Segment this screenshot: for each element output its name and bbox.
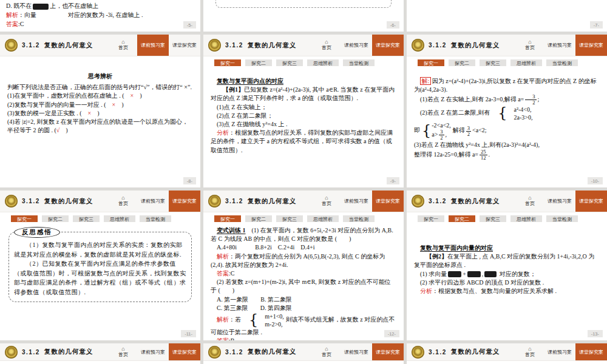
explore-button[interactable]: 课堂探究案	[372, 190, 404, 212]
slide-14: 3.1.2复数的几何意义⌂首页课前预习案课堂探究案 探究一探究二探究三思维辨析当…	[0, 343, 200, 364]
tab-bar: 探究一探究二探究三思维辨析当堂检测	[203, 212, 404, 222]
header-nav: ⌂首页课前预习案课堂探究案	[109, 35, 200, 56]
slide-12: 3.1.2复数的几何意义⌂首页课前预习案课堂探究案 探究一探究二探究三思维辨析当…	[203, 190, 404, 340]
denominator: 12	[480, 155, 487, 161]
preview-button[interactable]: 课前预习案	[137, 190, 169, 212]
preview-button[interactable]: 课前预习案	[544, 190, 575, 212]
slide-header: 3.1.2复数的几何意义⌂首页课前预习案课堂探究案	[407, 35, 607, 56]
header-nav: ⌂首页课前预习案课堂探究案	[313, 35, 404, 56]
text-segment: ;	[538, 96, 540, 103]
text-segment: 思考辨析	[88, 73, 112, 79]
home-button[interactable]: ⌂首页	[313, 343, 341, 360]
text-segment: 【例1】	[223, 86, 244, 93]
preview-button[interactable]: 课前预习案	[544, 343, 575, 360]
tab-当堂检测[interactable]: 当堂检测	[343, 59, 375, 66]
home-button[interactable]: ⌂首页	[313, 35, 341, 56]
text-segment: 解析	[217, 316, 229, 323]
text-line: A. 第一象限 B. 第二象限	[211, 295, 396, 304]
preview-button[interactable]: 课前预习案	[544, 35, 575, 56]
slide-title: 复数的几何意义	[44, 41, 93, 50]
explore-button[interactable]: 课堂探究案	[372, 343, 404, 360]
text-segment: (3)点 Z 在抛物线 y²=4x 上 .	[217, 121, 287, 127]
explore-button[interactable]: 课堂探究案	[372, 35, 404, 56]
tab-思维辨析[interactable]: 思维辨析	[307, 59, 339, 66]
home-button[interactable]: ⌂首页	[313, 190, 341, 212]
home-icon: ⌂	[325, 39, 328, 45]
explore-button[interactable]: 课堂探究案	[169, 35, 200, 56]
text-line: (3)复数的模一定是正实数 . ( × )	[7, 109, 193, 118]
explore-button[interactable]: 课堂探究案	[575, 343, 607, 360]
tab-思维辨析[interactable]: 思维辨析	[510, 215, 542, 222]
tab-探究一[interactable]: 探究一	[11, 215, 38, 222]
tab-探究二[interactable]: 探究二	[449, 215, 475, 222]
tab-探究二[interactable]: 探究二	[245, 215, 272, 222]
text-segment: （1）复数与复平面内点的对应关系的实质：复数的实部就是其对应点的横坐标，复数的虚…	[14, 241, 183, 258]
slide-header: 3.1.2复数的几何意义⌂首页课前预习案课堂探究案	[203, 35, 404, 56]
slide-title: 复数的几何意义	[248, 41, 297, 50]
tab-探究一[interactable]: 探究一	[214, 59, 241, 66]
tab-探究一[interactable]: 探究一	[214, 215, 241, 222]
tab-思维辨析[interactable]: 思维辨析	[510, 59, 542, 66]
explore-button[interactable]: 课堂探究案	[575, 190, 607, 212]
home-label: 首页	[322, 352, 331, 358]
preview-button[interactable]: 课前预习案	[341, 190, 372, 212]
preview-button[interactable]: 课前预习案	[341, 35, 372, 56]
denominator: 2	[466, 132, 471, 137]
tab-探究三[interactable]: 探究三	[480, 59, 506, 66]
explore-button[interactable]: 课堂探究案	[575, 35, 607, 56]
explore-button[interactable]: 课堂探究案	[169, 343, 200, 360]
tab-探究三[interactable]: 探究三	[480, 215, 506, 222]
tab-探究三[interactable]: 探究三	[73, 215, 100, 222]
text-segment: ：向量	[18, 12, 36, 18]
home-label: 首页	[118, 45, 128, 51]
text-line: （2）已知复数在复平面内对应点满足的条件求参数值（或取值范围）时，可根据复数与点…	[14, 259, 186, 297]
preview-button[interactable]: 课前预习案	[137, 35, 169, 56]
illegible-vector-glyph	[33, 4, 49, 10]
slide-15: 3.1.2复数的几何意义⌂首页课前预习案课堂探究案 探究一探究二探究三思维辨析当…	[203, 343, 404, 364]
tab-当堂检测[interactable]: 当堂检测	[546, 59, 578, 66]
explore-button[interactable]: 课堂探究案	[169, 190, 200, 212]
text-segment: m+1<0,	[265, 313, 284, 320]
slide-13-content: 复数与复平面内向量的对应【例2】在复平面上 , 点 A,B,C 对应的复数分别为…	[407, 222, 607, 295]
text-segment: -2<a<2,	[432, 122, 451, 129]
tab-探究二[interactable]: 探究二	[449, 59, 475, 66]
text-segment: 即	[414, 127, 420, 133]
tab-思维辨析[interactable]: 思维辨析	[307, 215, 339, 222]
tab-探究一[interactable]: 探究一	[418, 59, 444, 66]
tab-探究二[interactable]: 探究二	[245, 59, 272, 66]
slide-header: 3.1.2复数的几何意义⌂首页课前预习案课堂探究案	[407, 190, 607, 212]
text-segment: A.4+80i B.8+2i C.2+4i D.4+i	[217, 244, 314, 251]
tab-bar: 探究一探究二探究三思维辨析当堂检测	[407, 56, 607, 66]
home-button[interactable]: ⌂首页	[109, 343, 137, 360]
home-button[interactable]: ⌂首页	[516, 190, 544, 212]
home-button[interactable]: ⌂首页	[516, 343, 544, 360]
text-segment: <a<2;	[472, 127, 487, 133]
slide-8: 3.1.2复数的几何意义⌂首页课前预习案课堂探究案 思考辨析判断下列说法是否正确…	[0, 35, 200, 187]
text-segment: 对应的复数；	[498, 271, 536, 277]
text-line: (1)若点 Z 在实轴上,则有 2a-3=0,解得 a=32;	[414, 94, 600, 106]
tab-思维辨析[interactable]: 思维辨析	[104, 215, 135, 222]
preview-button[interactable]: 课前预习案	[341, 343, 372, 360]
slide-header: 3.1.2复数的几何意义⌂首页课前预习案课堂探究案	[0, 343, 200, 361]
home-button[interactable]: ⌂首页	[109, 190, 137, 212]
tab-探究一[interactable]: 探究一	[418, 215, 444, 222]
tab-当堂检测[interactable]: 当堂检测	[546, 215, 578, 222]
tab-当堂检测[interactable]: 当堂检测	[140, 215, 171, 222]
chapter-number: 3.1.2	[225, 349, 243, 356]
page-number: -6-	[387, 21, 399, 29]
tab-当堂检测[interactable]: 当堂检测	[343, 215, 375, 222]
fraction: 32	[525, 94, 536, 106]
page-number: -13-	[588, 330, 603, 337]
seal-icon	[412, 346, 424, 359]
tab-探究三[interactable]: 探究三	[276, 59, 303, 66]
text-segment: A. 第一象限 B. 第二象限	[217, 296, 292, 303]
tab-探究三[interactable]: 探究三	[276, 215, 303, 222]
text-segment: 答案	[6, 21, 18, 27]
preview-button[interactable]: 课前预习案	[137, 343, 169, 360]
chapter-number: 3.1.2	[429, 349, 447, 356]
home-button[interactable]: ⌂首页	[109, 35, 137, 56]
tab-探究二[interactable]: 探究二	[42, 215, 69, 222]
home-button[interactable]: ⌂首页	[516, 35, 544, 56]
text-line: 答案:B	[211, 337, 396, 340]
text-segment: 解析	[6, 12, 18, 18]
